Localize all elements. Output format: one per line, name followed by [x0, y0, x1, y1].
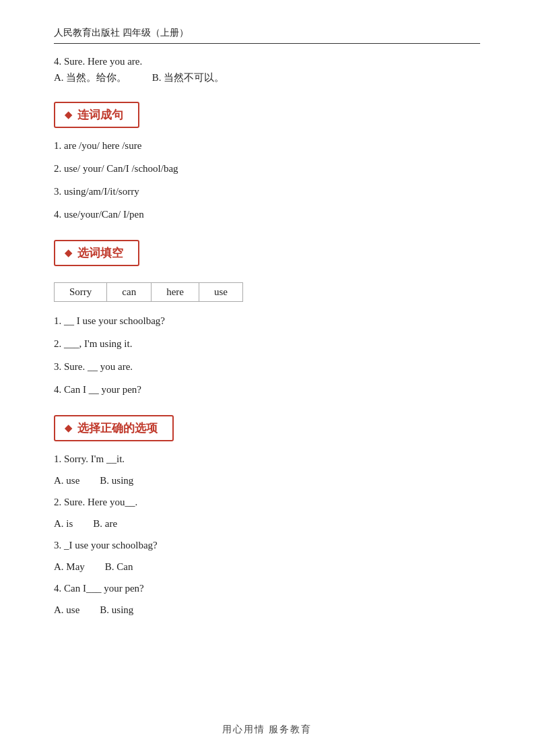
section1-header: ◆ 连词成句 — [54, 102, 139, 128]
section3-list: 1. Sorry. I'm __it. A. use B. using 2. S… — [54, 451, 480, 618]
s2-item-1: 1. __ I use your schoolbag? — [54, 313, 480, 329]
page-footer: 用心用情 服务教育 — [0, 724, 534, 736]
s3-q2-b: B. are — [93, 518, 117, 529]
s2-item-4: 4. Can I __ your pen? — [54, 381, 480, 398]
s3-q4-options: A. use B. using — [54, 602, 480, 618]
s3-q4-b: B. using — [100, 604, 133, 615]
s3-q3-b: B. Can — [105, 561, 133, 572]
word-here: here — [152, 283, 199, 302]
s1-item-2: 2. use/ your/ Can/I /school/bag — [54, 160, 480, 177]
s2-item-3: 3. Sure. __ you are. — [54, 358, 480, 375]
section3-label: 选择正确的选项 — [77, 420, 158, 436]
word-sorry: Sorry — [55, 283, 107, 302]
s3-q3-options: A. May B. Can — [54, 559, 480, 575]
s3-q1-options: A. use B. using — [54, 472, 480, 489]
intro-q4: 4. Sure. Here you are. — [54, 56, 480, 67]
word-can: can — [107, 283, 152, 302]
intro-answer-b: B. 当然不可以。 — [152, 72, 225, 83]
s3-q3: 3. _I use your schoolbag? — [54, 537, 480, 553]
header-title: 人民教育出版社 四年级（上册） — [54, 27, 189, 39]
s3-q2: 2. Sure. Here you__. — [54, 494, 480, 510]
section2-header: ◆ 选词填空 — [54, 240, 139, 266]
s3-q1-a: A. use — [54, 475, 79, 486]
s1-item-1: 1. are /you/ here /sure — [54, 137, 480, 154]
section1-box: ◆ 连词成句 — [54, 91, 480, 137]
diamond-icon3: ◆ — [65, 422, 72, 434]
word-bank-table: Sorry can here use — [54, 282, 243, 302]
section3-header: ◆ 选择正确的选项 — [54, 415, 174, 441]
s3-q2-options: A. is B. are — [54, 515, 480, 532]
footer-text: 用心用情 服务教育 — [222, 724, 312, 734]
intro-answer-a: A. 当然。给你。 — [54, 72, 127, 83]
word-use: use — [199, 283, 242, 302]
s2-item-2: 2. ___, I'm using it. — [54, 336, 480, 352]
s1-item-4: 4. use/your/Can/ I/pen — [54, 206, 480, 222]
section3-box: ◆ 选择正确的选项 — [54, 404, 480, 451]
diamond-icon2: ◆ — [65, 247, 72, 259]
section2-box: ◆ 选词填空 — [54, 229, 480, 276]
intro-answers: A. 当然。给你。 B. 当然不可以。 — [54, 71, 480, 84]
section2-list: 1. __ I use your schoolbag? 2. ___, I'm … — [54, 313, 480, 398]
s3-q1-b: B. using — [100, 475, 133, 486]
s3-q3-a: A. May — [54, 561, 85, 572]
diamond-icon1: ◆ — [65, 109, 72, 121]
s3-q4: 4. Can I___ your pen? — [54, 580, 480, 596]
s3-q1: 1. Sorry. I'm __it. — [54, 451, 480, 467]
s1-item-3: 3. using/am/I/it/sorry — [54, 183, 480, 199]
page-header: 人民教育出版社 四年级（上册） — [54, 27, 480, 44]
s3-q4-a: A. use — [54, 604, 79, 615]
intro-section: 4. Sure. Here you are. A. 当然。给你。 B. 当然不可… — [54, 56, 480, 84]
s3-q2-a: A. is — [54, 518, 73, 529]
section1-list: 1. are /you/ here /sure 2. use/ your/ Ca… — [54, 137, 480, 222]
section1-label: 连词成句 — [77, 107, 123, 123]
section2-label: 选词填空 — [77, 245, 123, 261]
page: 人民教育出版社 四年级（上册） 4. Sure. Here you are. A… — [0, 0, 534, 756]
